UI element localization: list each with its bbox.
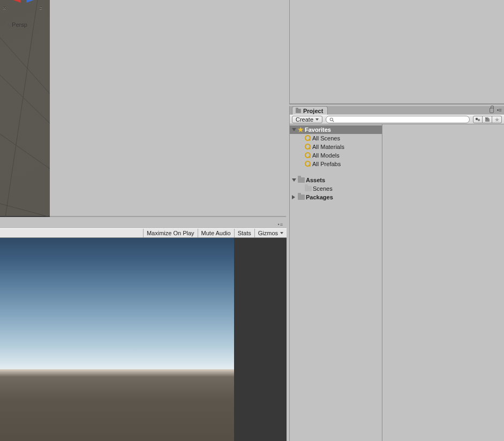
perspective-toggle[interactable]: Persp bbox=[7, 21, 27, 28]
mute-audio-button[interactable]: Mute Audio bbox=[198, 229, 234, 237]
search-icon bbox=[329, 117, 334, 122]
tab-project-label: Project bbox=[303, 108, 323, 114]
scene-view-panel: x z Persp bbox=[0, 0, 287, 218]
project-content-area[interactable] bbox=[382, 124, 504, 441]
axis-x-label: x bbox=[3, 5, 6, 10]
svg-point-5 bbox=[330, 118, 333, 121]
create-dropdown[interactable]: Create bbox=[292, 116, 322, 123]
disclosure-open-icon[interactable] bbox=[292, 128, 296, 131]
tree-item-label: All Scenes bbox=[312, 135, 340, 141]
tree-item-label: All Models bbox=[312, 152, 340, 159]
tree-assets[interactable]: Assets bbox=[290, 176, 382, 184]
tree-assets-label: Assets bbox=[306, 177, 325, 183]
svg-point-7 bbox=[476, 118, 478, 120]
orientation-gizmo[interactable] bbox=[12, 0, 36, 14]
axis-x-cone-icon[interactable] bbox=[8, 0, 21, 4]
inspector-panel bbox=[289, 0, 504, 104]
search-input-wrap[interactable] bbox=[326, 116, 470, 123]
tree-favorites[interactable]: ★ Favorites bbox=[290, 125, 382, 134]
tree-item-all-materials[interactable]: All Materials bbox=[290, 143, 382, 151]
folder-icon bbox=[305, 186, 312, 191]
tree-item-all-models[interactable]: All Models bbox=[290, 151, 382, 160]
star-icon: ★ bbox=[298, 126, 304, 133]
folder-icon bbox=[298, 177, 305, 183]
search-filter-icon bbox=[305, 144, 311, 150]
svg-point-8 bbox=[478, 119, 480, 121]
project-tabbar: Project •≡ bbox=[290, 106, 504, 115]
game-sky bbox=[0, 238, 234, 371]
svg-line-3 bbox=[0, 204, 50, 217]
project-toolbar: Create ★ bbox=[290, 115, 504, 124]
tree-item-scenes[interactable]: Scenes bbox=[290, 184, 382, 193]
search-filter-group: ★ bbox=[473, 116, 502, 123]
filter-by-type-button[interactable] bbox=[473, 116, 483, 123]
tree-packages-label: Packages bbox=[306, 194, 333, 200]
tree-packages[interactable]: Packages bbox=[290, 193, 382, 201]
tab-project[interactable]: Project bbox=[292, 106, 328, 115]
disclosure-closed-icon[interactable] bbox=[292, 195, 295, 199]
tree-item-all-scenes[interactable]: All Scenes bbox=[290, 134, 382, 143]
lock-icon[interactable] bbox=[490, 108, 494, 113]
search-input[interactable] bbox=[336, 117, 466, 123]
game-view-panel: •≡ Maximize On Play Mute Audio Stats Giz… bbox=[0, 219, 287, 441]
game-ground bbox=[0, 369, 234, 441]
search-filter-icon bbox=[305, 135, 311, 141]
filter-by-label-button[interactable] bbox=[483, 116, 492, 123]
maximize-on-play-button[interactable]: Maximize On Play bbox=[143, 229, 198, 237]
project-panel: Project •≡ Create ★ ★ Favorites bbox=[289, 106, 504, 441]
panel-options-icon[interactable]: •≡ bbox=[278, 222, 283, 227]
scene-sidebar: x z Persp bbox=[0, 0, 50, 217]
save-search-button[interactable]: ★ bbox=[492, 116, 502, 123]
tree-item-label: All Materials bbox=[312, 144, 344, 150]
svg-line-1 bbox=[0, 75, 50, 123]
panel-drag-bar[interactable]: •≡ bbox=[0, 219, 287, 228]
game-letterbox bbox=[234, 238, 287, 441]
folder-icon bbox=[296, 109, 301, 113]
folder-icon bbox=[298, 195, 305, 200]
disclosure-open-icon[interactable] bbox=[292, 178, 296, 182]
scene-grid bbox=[0, 0, 50, 217]
stats-button[interactable]: Stats bbox=[234, 229, 254, 237]
game-toolbar: Maximize On Play Mute Audio Stats Gizmos bbox=[0, 228, 287, 238]
search-filter-icon bbox=[305, 152, 311, 159]
tree-item-all-prefabs[interactable]: All Prefabs bbox=[290, 160, 382, 168]
tree-favorites-label: Favorites bbox=[305, 126, 331, 133]
svg-line-6 bbox=[333, 121, 334, 122]
axis-z-cone-icon[interactable] bbox=[26, 0, 39, 4]
panel-menu-icon[interactable]: •≡ bbox=[497, 107, 502, 113]
gizmos-dropdown[interactable]: Gizmos bbox=[254, 229, 287, 237]
tree-item-label: Scenes bbox=[313, 185, 333, 192]
svg-line-4 bbox=[5, 0, 37, 217]
search-filter-icon bbox=[305, 161, 311, 167]
project-tree[interactable]: ★ Favorites All Scenes All Materials All… bbox=[290, 124, 382, 441]
axis-z-label: z bbox=[40, 5, 42, 10]
tree-item-label: All Prefabs bbox=[312, 161, 341, 167]
game-viewport[interactable] bbox=[0, 238, 287, 441]
project-body: ★ Favorites All Scenes All Materials All… bbox=[290, 124, 504, 441]
scene-viewport[interactable] bbox=[50, 0, 286, 217]
svg-line-2 bbox=[0, 134, 50, 169]
